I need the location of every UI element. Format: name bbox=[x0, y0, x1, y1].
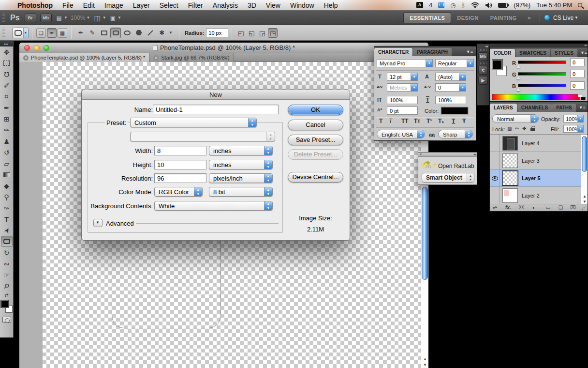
colormode-popup[interactable]: RGB Color bbox=[154, 187, 203, 197]
appbar-grip[interactable] bbox=[2, 13, 5, 22]
launch-mini-bridge-button[interactable]: Mb bbox=[40, 14, 52, 22]
red-value-field[interactable]: 0 bbox=[570, 58, 585, 66]
actions-panel-button[interactable]: ▶ bbox=[478, 76, 488, 85]
screen-mode-icon[interactable]: ▣ bbox=[110, 15, 116, 21]
bit-depth-popup[interactable]: 8 bit bbox=[209, 187, 273, 197]
language-popup[interactable]: English: USA bbox=[377, 130, 425, 138]
crop-tool[interactable]: ⌗ bbox=[1, 91, 13, 102]
tab-styles[interactable]: STYLES bbox=[551, 49, 577, 57]
panel-menu-icon[interactable]: ▼≡ bbox=[463, 49, 476, 56]
scroll-up-arrow[interactable]: ▲ bbox=[421, 357, 429, 361]
scrollbar-thumb[interactable] bbox=[422, 187, 428, 280]
link-layers-icon[interactable]: ☍ bbox=[493, 205, 498, 210]
lasso-tool[interactable]: ℧ bbox=[1, 69, 13, 80]
lock-all-icon[interactable] bbox=[530, 128, 535, 131]
tab-paths[interactable]: PATHS bbox=[552, 104, 575, 112]
close-panel-icon[interactable]: ✕ bbox=[419, 153, 422, 156]
dock-collapse-bar[interactable]: ◂◂ bbox=[489, 44, 588, 47]
vertical-scale-field[interactable]: 100% bbox=[387, 96, 418, 104]
rounded-rectangle-tool[interactable] bbox=[1, 236, 13, 247]
blue-slider-thumb[interactable] bbox=[516, 88, 520, 91]
blur-tool[interactable]: ◆ bbox=[1, 180, 13, 191]
pen-tool-button[interactable]: ✒ bbox=[75, 28, 86, 38]
spotlight-icon[interactable] bbox=[576, 3, 584, 7]
quick-selection-tool[interactable]: ✐ bbox=[1, 80, 13, 91]
visibility-toggle[interactable] bbox=[490, 169, 500, 187]
wifi-icon[interactable] bbox=[469, 2, 481, 8]
panel-menu-icon[interactable]: ▼≡ bbox=[576, 105, 588, 112]
clone-stamp-tool[interactable]: ♟ bbox=[1, 136, 13, 147]
tab-phonetemplate[interactable]: ✕ PhoneTemplate.psd @ 100% (Layer 5, RGB… bbox=[19, 53, 149, 62]
scrollbar-thumb[interactable] bbox=[582, 136, 587, 172]
workspace-essentials[interactable]: ESSENTIALS bbox=[403, 13, 451, 23]
height-input[interactable] bbox=[154, 160, 206, 169]
text-color-swatch[interactable] bbox=[441, 107, 468, 114]
layer-row-3[interactable]: Layer 3 bbox=[490, 152, 581, 169]
dialog-titlebar[interactable]: New bbox=[82, 90, 350, 100]
faux-bold-button[interactable]: T bbox=[379, 118, 382, 124]
fill-pixels-mode-button[interactable]: ▦ bbox=[58, 28, 67, 38]
tab-close-icon[interactable]: ✕ bbox=[23, 55, 29, 61]
view-extras-icon[interactable]: ▤ bbox=[57, 15, 62, 21]
menu-layer[interactable]: Layer bbox=[128, 0, 155, 11]
adobe-updater-icon[interactable]: A bbox=[414, 2, 425, 8]
red-slider[interactable] bbox=[518, 61, 566, 64]
subtract-shape-button[interactable]: ◱ bbox=[247, 28, 256, 38]
menu-filter[interactable]: Filter bbox=[183, 0, 208, 11]
menu-window[interactable]: Window bbox=[285, 0, 319, 11]
green-slider[interactable] bbox=[518, 72, 566, 76]
font-family-popup[interactable]: Myriad Pro bbox=[377, 59, 433, 67]
shape-options-caret[interactable]: ▼ bbox=[169, 31, 173, 35]
layer-thumbnail[interactable] bbox=[502, 171, 518, 185]
gradient-tool[interactable] bbox=[1, 169, 13, 180]
paths-mode-button[interactable]: ✒ bbox=[47, 28, 57, 38]
name-input[interactable] bbox=[153, 105, 279, 114]
visibility-toggle[interactable] bbox=[490, 152, 500, 169]
dodge-tool[interactable]: ⚲ bbox=[1, 191, 13, 202]
tool-preset-picker[interactable]: ▼ bbox=[12, 28, 29, 38]
screen-mode-caret[interactable]: ▼ bbox=[118, 15, 121, 20]
layer-thumbnail[interactable] bbox=[502, 153, 518, 168]
fill-field[interactable]: 100% bbox=[563, 125, 584, 133]
small-caps-button[interactable]: Tᴛ bbox=[414, 118, 420, 124]
resolution-unit-popup[interactable]: pixels/inch bbox=[209, 173, 273, 183]
layer-row-2[interactable]: Layer 2 bbox=[490, 187, 581, 204]
device-central-button[interactable]: Device Central... bbox=[288, 172, 343, 183]
layer-style-icon[interactable]: fx. bbox=[505, 205, 511, 210]
layer-thumbnail[interactable] bbox=[502, 188, 518, 203]
preset-popup[interactable]: Custom bbox=[130, 118, 257, 127]
save-preset-button[interactable]: Save Preset... bbox=[288, 135, 343, 145]
time-machine-icon[interactable]: ◷ bbox=[448, 1, 457, 9]
menu-clock[interactable]: Tue 5:40 PM bbox=[534, 1, 574, 9]
faux-italic-button[interactable]: T bbox=[389, 118, 392, 124]
radlab-titlebar[interactable]: ✕ ◂◂ bbox=[418, 153, 477, 157]
advanced-disclosure-button[interactable] bbox=[93, 219, 103, 227]
expand-dock-icon[interactable]: ◂◂ bbox=[477, 44, 489, 48]
baseline-shift-field[interactable]: 0 pt bbox=[387, 107, 418, 115]
opacity-field[interactable]: 100% bbox=[563, 115, 584, 123]
new-layer-icon[interactable]: ❏ bbox=[559, 205, 563, 210]
menu-help[interactable]: Help bbox=[319, 0, 343, 11]
3d-rotate-tool[interactable]: ↻ bbox=[1, 247, 13, 258]
layer-thumbnail[interactable] bbox=[502, 136, 518, 151]
polygon-tool-button[interactable] bbox=[133, 28, 144, 38]
scroll-down-arrow[interactable]: ▼ bbox=[581, 199, 588, 204]
workspace-painting[interactable]: PAINTING bbox=[485, 13, 523, 23]
green-value-field[interactable]: 0 bbox=[570, 70, 585, 78]
intersect-shape-button[interactable]: ◲ bbox=[257, 28, 267, 38]
menu-analysis[interactable]: Analysis bbox=[208, 0, 243, 11]
tab-stark[interactable]: ✕ Stark.jpg @ 66.7% (RGB/8#) bbox=[149, 53, 234, 62]
all-caps-button[interactable]: TT bbox=[401, 118, 409, 124]
move-tool[interactable]: ✥ bbox=[1, 46, 13, 58]
battery-icon[interactable] bbox=[496, 3, 510, 8]
volume-icon[interactable] bbox=[483, 2, 494, 8]
visibility-toggle[interactable] bbox=[490, 135, 500, 152]
workspace-design[interactable]: DESIGN bbox=[451, 13, 485, 23]
lock-pixels-icon[interactable]: ✏ bbox=[515, 126, 519, 131]
foreground-background-swatches[interactable] bbox=[0, 300, 13, 313]
radlab-mode-popup[interactable]: Smart Object bbox=[422, 173, 474, 183]
tab-paragraph[interactable]: PARAGRAPH bbox=[413, 48, 452, 56]
cs-live-button[interactable]: CS Live ▼ bbox=[544, 15, 581, 21]
font-size-popup[interactable]: 12 pt bbox=[387, 73, 418, 81]
radlab-title[interactable]: Open RadLab bbox=[438, 163, 474, 169]
